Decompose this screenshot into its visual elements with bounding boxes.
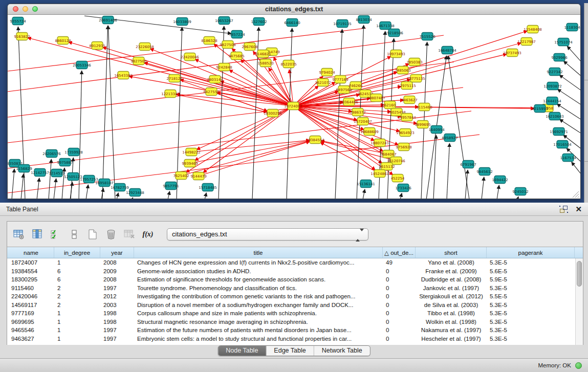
table-scrollbar[interactable] (575, 258, 583, 345)
graph-node[interactable]: 9144479 (190, 172, 206, 180)
graph-node[interactable]: 1118304 (564, 24, 580, 31)
zoom-window-button[interactable] (32, 6, 38, 12)
minimize-window-button[interactable] (23, 6, 28, 12)
graph-node[interactable]: 10653267 (215, 17, 233, 25)
table-row[interactable]: 946362711997Embryonic stem cells: a mode… (7, 335, 583, 343)
graph-node[interactable]: 16210643 (546, 113, 564, 120)
graph-node[interactable]: 1615132 (379, 163, 395, 170)
graph-node[interactable]: 9475685 (228, 52, 244, 60)
graph-node[interactable]: 1214519 (49, 169, 64, 177)
scrollbar-thumb[interactable] (577, 261, 582, 287)
graph-node[interactable]: 9845612 (476, 168, 492, 176)
graph-node[interactable]: 8522035 (280, 60, 296, 68)
graph-node[interactable]: 8912935 (89, 42, 105, 50)
graph-node[interactable]: 20206576 (42, 150, 61, 158)
column-header-year[interactable]: year (100, 247, 134, 258)
graph-node[interactable]: 8427552 (203, 88, 219, 96)
graph-node[interactable]: 10719135 (333, 20, 352, 28)
graph-node[interactable]: 7986372 (350, 108, 365, 116)
table-row[interactable]: 946554611997Estimation of the future num… (7, 326, 583, 335)
table-row[interactable]: 1938455462009Genome-wide association stu… (7, 267, 583, 276)
graph-node[interactable]: 20364486 (340, 98, 358, 106)
graph-node[interactable]: 9827505 (130, 57, 146, 65)
graph-node[interactable]: 9777169 (332, 76, 348, 83)
column-header-name[interactable]: name (8, 247, 54, 258)
graph-node[interactable]: 7625402 (173, 172, 189, 180)
graph-node[interactable]: 1588520 (257, 59, 273, 67)
graph-node[interactable]: 12975115 (398, 82, 416, 90)
graph-node[interactable]: 9227342 (547, 68, 562, 76)
graph-node[interactable]: 9115460 (416, 103, 432, 111)
graph-node[interactable]: 746266 (349, 82, 363, 90)
graph-node[interactable]: 9242848 (216, 63, 232, 71)
graph-node[interactable]: 9794024 (319, 69, 335, 76)
graph-node[interactable]: 20691406 (99, 16, 117, 24)
graph-node[interactable]: 11548408 (524, 26, 542, 33)
graph-node[interactable]: 8860128 (55, 37, 71, 45)
graph-node[interactable]: 2967608 (242, 43, 257, 51)
graph-node[interactable]: 12093872 (543, 82, 562, 90)
graph-node[interactable]: 1156829 (16, 165, 32, 172)
graph-node[interactable]: 9245012 (512, 188, 528, 195)
graph-node[interactable]: 9975887 (57, 159, 73, 166)
tab-edge-table[interactable]: Edge Table (266, 346, 314, 356)
graph-node[interactable]: 7485063 (395, 67, 410, 74)
graph-node[interactable]: 1640954 (428, 126, 445, 134)
graph-node[interactable]: 10688609 (360, 128, 379, 136)
table-row[interactable]: 1456911722003Disruption of a novel membe… (7, 301, 583, 310)
graph-nodes[interactable]: 1872400791638228860128891293523226058982… (8, 16, 580, 196)
graph-node[interactable]: 1733426 (395, 184, 411, 192)
graph-node[interactable]: 19384554 (306, 136, 324, 144)
graph-node[interactable]: 15751074 (554, 38, 573, 46)
graph-node[interactable]: 6791967 (460, 161, 476, 168)
graph-node[interactable]: 9463627 (401, 96, 417, 104)
graph-node[interactable]: 452254 (391, 174, 405, 182)
graph-node[interactable]: 8958927 (442, 134, 458, 142)
network-view-canvas[interactable]: 1872400791638228860128891293523226058982… (8, 15, 580, 199)
table-row[interactable]: 1830029562008Estimation of significance … (7, 275, 583, 284)
graph-node[interactable]: 9329966 (551, 54, 568, 61)
graph-node[interactable]: 15718485 (199, 184, 217, 191)
new-table-button[interactable] (85, 227, 100, 242)
graph-node[interactable]: 12444154 (543, 97, 561, 105)
graph-node[interactable]: 7857224 (229, 31, 245, 38)
graph-node[interactable]: 9857791 (163, 182, 179, 190)
network-canvas-svg[interactable]: 1872400791638228860128891293523226058982… (8, 15, 580, 199)
graph-node[interactable]: 14524861 (371, 170, 389, 178)
graph-node[interactable]: 1167534 (560, 154, 576, 162)
table-row[interactable]: 911546021997Tourette syndrome. Phenomeno… (7, 284, 583, 293)
graph-node[interactable]: 2803144 (207, 76, 223, 83)
graph-node[interactable]: 14671338 (376, 22, 395, 30)
graph-node[interactable]: 9756928 (396, 143, 411, 151)
graph-node[interactable]: 10973493 (387, 50, 405, 58)
graph-node[interactable]: 16648784 (438, 47, 456, 54)
column-header-pagerank[interactable]: pagerank (487, 247, 575, 258)
graph-node[interactable]: 6466140 (284, 19, 300, 27)
graph-node[interactable]: 8813034 (356, 16, 372, 24)
graph-node[interactable]: 20053346 (73, 61, 91, 69)
column-header-short[interactable]: short (416, 247, 487, 258)
graph-node[interactable]: 15136141 (357, 180, 375, 188)
graph-node[interactable]: 8215953 (532, 105, 548, 113)
graph-node[interactable]: 8186328 (201, 37, 217, 45)
graph-node[interactable]: 17016504 (553, 141, 572, 148)
graph-node[interactable]: 62160 (384, 101, 396, 109)
close-panel-icon[interactable]: ✕ (575, 206, 582, 213)
table-row[interactable]: 1872400712008Changes of HCN gene express… (7, 258, 583, 267)
graph-node[interactable]: 12217987 (517, 38, 536, 46)
graph-node[interactable]: 18300295 (264, 110, 282, 117)
network-window-titlebar[interactable]: citations_edges.txt (8, 4, 580, 15)
graph-node[interactable]: 15692971 (550, 128, 568, 136)
table-row[interactable]: 977716911998Corpus callosum shape and si… (7, 309, 583, 318)
graph-node[interactable]: 19654923 (396, 129, 415, 137)
table-row[interactable]: 969969511998Structural magnetic resonanc… (7, 318, 583, 326)
deselect-rows-button[interactable] (67, 227, 82, 242)
graph-node[interactable]: 12923448 (126, 189, 144, 196)
graph-node[interactable]: 22420046 (181, 53, 199, 61)
select-all-rows-button[interactable] (48, 227, 63, 242)
column-header-title[interactable]: title (134, 247, 383, 258)
graph-node[interactable]: 2718126 (166, 75, 183, 82)
graph-node[interactable]: 9146821 (255, 50, 271, 58)
table-row[interactable]: 2242004622012Investigating the contribut… (7, 292, 583, 301)
tab-network-table[interactable]: Network Table (314, 346, 370, 356)
